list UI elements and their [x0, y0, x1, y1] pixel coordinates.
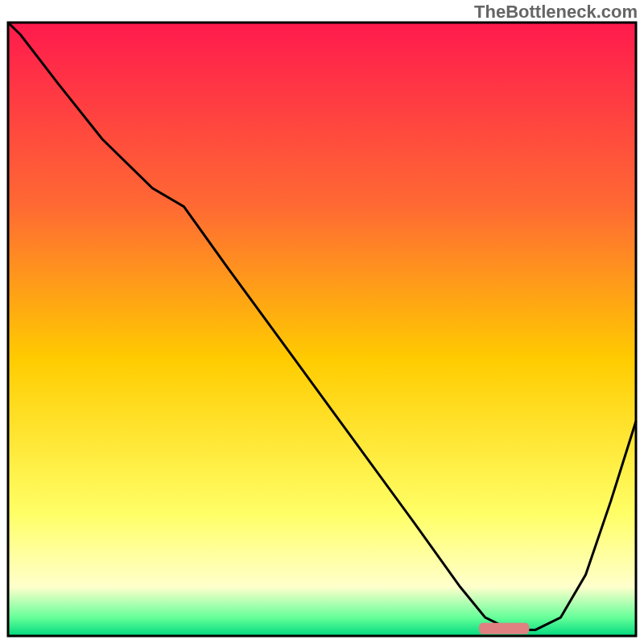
plot-background — [8, 23, 636, 636]
target-band-marker — [479, 623, 529, 634]
watermark-text: TheBottleneck.com — [474, 2, 638, 23]
chart-container: TheBottleneck.com — [0, 0, 644, 644]
chart-svg — [0, 0, 644, 644]
